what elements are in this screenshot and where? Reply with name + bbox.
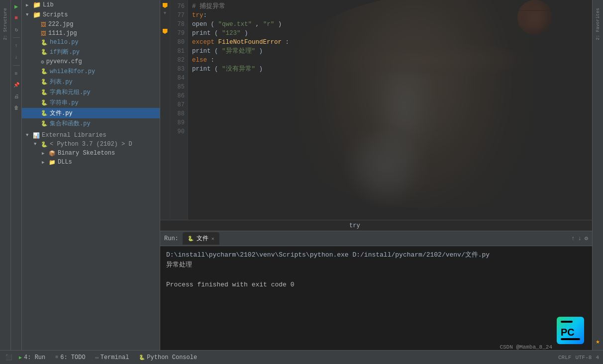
- sidebar-item-scripts[interactable]: ▼ 📁 Scripts: [22, 10, 160, 20]
- code-line-79: print ( "123" ): [192, 29, 588, 38]
- print-button[interactable]: 🖨: [12, 92, 21, 101]
- fold-marker-77[interactable]: ▼: [164, 11, 166, 16]
- folder-icon: 📁: [33, 11, 41, 19]
- py-icon: 🐍: [41, 49, 48, 55]
- encoding-indicator: UTF-8: [575, 355, 592, 361]
- scroll-up-button[interactable]: ↑: [12, 41, 21, 50]
- terminal-tab-icon: ▭: [96, 355, 99, 361]
- code-line-83: print ( "没有异常" ): [192, 65, 588, 74]
- terminal-tab-file[interactable]: 🐍 文件 ✕: [183, 232, 219, 245]
- todo-tab-icon: ≡: [55, 355, 58, 360]
- gutter-79: [160, 27, 170, 36]
- bottom-tab-todo[interactable]: ≡ 6: TODO: [50, 352, 90, 363]
- gutter-80: [160, 36, 170, 45]
- sidebar-item-python37[interactable]: ▼ 🐍 < Python 3.7 (2102) > D: [22, 140, 160, 149]
- sidebar-item-dict[interactable]: ▶ 🐍 字典和元组.py: [22, 87, 160, 97]
- code-line-87: [192, 100, 588, 109]
- bottom-tabs: ▶ 4: Run ≡ 6: TODO ▭ Terminal 🐍 Python C…: [14, 352, 558, 363]
- py-icon: 🐍: [41, 120, 48, 127]
- gutter-78: [160, 18, 170, 27]
- sidebar-item-222jpg[interactable]: ▶ 🖼 222.jpg: [22, 20, 160, 29]
- settings-icon[interactable]: ≡: [12, 69, 21, 78]
- settings-terminal-btn[interactable]: ⚙: [585, 235, 588, 242]
- sidebar-item-binary-skeletons[interactable]: ▶ 📦 Binary Skeletons: [22, 149, 160, 158]
- folder-icon: 📁: [33, 1, 41, 9]
- sidebar-item-hellopy[interactable]: ▶ 🐍 hello.py: [22, 38, 160, 47]
- pin-button[interactable]: 📌: [12, 81, 21, 90]
- terminal-tab-label-bottom: Terminal: [100, 354, 129, 361]
- structure-panel-icon[interactable]: 2: Structure: [3, 6, 8, 42]
- run-tab-label: 4: Run: [24, 354, 45, 361]
- scroll-down-terminal-btn[interactable]: ↓: [578, 235, 582, 242]
- line-num-76: 76: [170, 2, 185, 11]
- line-num-89: 89: [170, 118, 185, 127]
- gutter-83: [160, 63, 170, 72]
- line-num-83: 83: [170, 65, 185, 74]
- bottom-tab-python-console[interactable]: 🐍 Python Console: [134, 352, 202, 363]
- library-icon: 📊: [33, 132, 40, 139]
- expand-icon[interactable]: ⬛: [4, 353, 14, 363]
- line-num-87: 87: [170, 100, 185, 109]
- code-line-84: [192, 74, 588, 83]
- sidebar-item-external-libraries[interactable]: ▼ 📊 External Libraries: [22, 131, 160, 140]
- code-line-89: [192, 118, 588, 127]
- sidebar-item-pyvenv[interactable]: ▶ ⚙ pyvenv.cfg: [22, 57, 160, 66]
- run-stop-button[interactable]: ■: [12, 13, 21, 22]
- sidebar-item-file[interactable]: ▶ 🐍 文件.py: [22, 108, 160, 118]
- line-num-77: 77: [170, 11, 185, 20]
- line-num-90: 90: [170, 127, 185, 136]
- sidebar-item-1111jpg[interactable]: ▶ 🖼 1111.jpg: [22, 29, 160, 38]
- terminal-content[interactable]: D:\install\pycharm\2102\venv\Scripts\pyt…: [160, 246, 592, 350]
- arrow-icon: ▶: [26, 2, 33, 8]
- code-line-90: [192, 127, 588, 136]
- sidebar-item-list[interactable]: ▶ 🐍 列表.py: [22, 77, 160, 87]
- svg-rect-1: [561, 321, 573, 323]
- run-play-button[interactable]: ▶: [12, 2, 21, 11]
- gutter-77: ▼: [160, 9, 170, 18]
- code-line-78: open ( "qwe.txt" , "r" ): [192, 20, 588, 29]
- sidebar-item-lib[interactable]: ▶ 📁 Lib: [22, 0, 160, 10]
- star-icon[interactable]: ★: [596, 337, 600, 346]
- py-icon: 🐍: [41, 110, 48, 116]
- sidebar-item-whilefor[interactable]: ▶ 🐍 while和for.py: [22, 66, 160, 77]
- gutter-82: [160, 54, 170, 63]
- code-content[interactable]: # 捕捉异常 try: open ( "qwe.txt" ,: [188, 0, 592, 220]
- gutter-85: [160, 81, 170, 90]
- sidebar-item-ifjudge[interactable]: ▶ 🐍 if判断.py: [22, 47, 160, 57]
- python-icon: 🐍: [41, 141, 48, 148]
- py-icon: 🐍: [41, 39, 48, 46]
- pycharm-logo: PC: [557, 317, 584, 346]
- py-icon: 🐍: [41, 79, 48, 85]
- todo-tab-label: 6: TODO: [60, 354, 85, 361]
- python-console-label: Python Console: [147, 354, 197, 361]
- terminal-empty-line: [166, 270, 586, 280]
- rerun-button[interactable]: ↺: [12, 25, 21, 34]
- line-num-84: 84: [170, 74, 185, 83]
- indent-indicator: 4: [596, 355, 599, 361]
- sidebar-item-sets[interactable]: ▶ 🐍 集合和函数.py: [22, 118, 160, 129]
- bottom-tab-run[interactable]: ▶ 4: Run: [14, 352, 50, 363]
- file-tree: ▶ 📁 Lib ▼ 📁 Scripts ▶ 🖼 222.jpg ▶ 🖼 1111…: [22, 0, 160, 350]
- delete-button[interactable]: 🗑: [12, 103, 21, 112]
- sidebar-item-string[interactable]: ▶ 🐍 字符串.py: [22, 97, 160, 108]
- line-num-88: 88: [170, 109, 185, 118]
- python-console-icon: 🐍: [139, 355, 145, 361]
- code-line-88: [192, 109, 588, 118]
- csdn-watermark: CSDN @Mamba_8_24: [500, 344, 552, 350]
- favorites-label[interactable]: 2: Favorites: [596, 6, 601, 42]
- arrow-icon: ▼: [26, 12, 33, 17]
- folder-icon: 📁: [49, 159, 56, 166]
- scroll-down-button[interactable]: ↓: [12, 53, 21, 62]
- bottom-tab-terminal[interactable]: ▭ Terminal: [91, 352, 134, 363]
- terminal-output-line3: Process finished with exit code 0: [166, 280, 586, 290]
- terminal-panel: Run: 🐍 文件 ✕ ↑ ↓ ⚙ D:\: [160, 231, 592, 350]
- arrow-icon: ▶: [42, 151, 49, 156]
- scroll-up-terminal-btn[interactable]: ↑: [571, 235, 575, 242]
- sidebar-item-dlls[interactable]: ▶ 📁 DLLs: [22, 158, 160, 167]
- line-num-86: 86: [170, 91, 185, 100]
- line-num-80: 80: [170, 38, 185, 47]
- bookmark-icon-76: [163, 3, 168, 8]
- arrow-icon: ▼: [26, 133, 33, 138]
- code-line-81: print ( "异常处理" ): [192, 47, 588, 56]
- close-tab-icon[interactable]: ✕: [211, 236, 214, 242]
